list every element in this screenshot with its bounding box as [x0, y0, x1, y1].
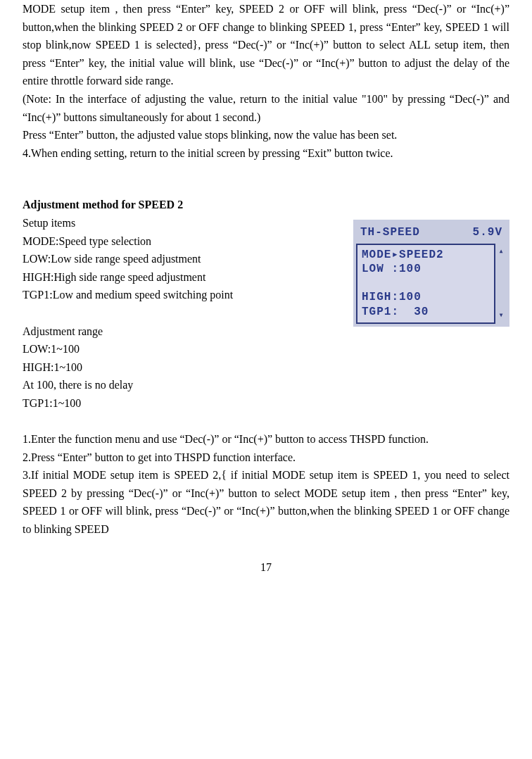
lcd-title: TH-SPEED [360, 224, 420, 242]
lcd-display-image: TH-SPEED 5.9V MODE▸SPEED2 LOW :100 HIGH:… [353, 220, 509, 327]
adjustment-tgp1: TGP1:1~100 [23, 394, 509, 413]
lcd-line-blank [362, 277, 490, 290]
section-title-speed2: Adjustment method for SPEED 2 [23, 196, 509, 214]
lcd-line-low: LOW :100 [362, 262, 490, 277]
lcd-line-tgp1: TGP1: 30 [362, 305, 490, 320]
lcd-line-mode: MODE▸SPEED2 [362, 248, 490, 263]
setup-low: LOW:Low side range speed adjustment [23, 250, 346, 268]
adjustment-low: LOW:1~100 [23, 340, 346, 358]
lcd-voltage: 5.9V [473, 224, 502, 242]
paragraph-press-enter: Press “Enter” button, the adjusted value… [23, 126, 509, 144]
scroll-down-icon [498, 309, 503, 322]
page-number: 17 [23, 558, 509, 577]
step-3: 3.If initial MODE setup item is SPEED 2,… [23, 466, 509, 538]
lcd-line-high: HIGH:100 [362, 290, 490, 305]
adjustment-no-delay: At 100, there is no delay [23, 376, 509, 394]
step-2: 2.Press “Enter” button to get into THSPD… [23, 448, 509, 467]
paragraph-note: (Note: In the interface of adjusting the… [23, 90, 509, 126]
step-1: 1.Enter the function menu and use “Dec(-… [23, 430, 509, 448]
adjustment-high: HIGH:1~100 [23, 358, 509, 377]
setup-high: HIGH:High side range speed adjustment [23, 268, 346, 287]
setup-mode: MODE:Speed type selection [23, 232, 346, 251]
adjustment-range-heading: Adjustment range [23, 322, 346, 341]
scroll-up-icon [498, 245, 503, 258]
setup-tgp1: TGP1:Low and medium speed switching poin… [23, 286, 346, 304]
setup-items-heading: Setup items [23, 214, 346, 232]
paragraph-continuation: MODE setup item , then press “Enter” key… [23, 0, 509, 90]
paragraph-step4: 4.When ending setting, return to the ini… [23, 144, 509, 163]
